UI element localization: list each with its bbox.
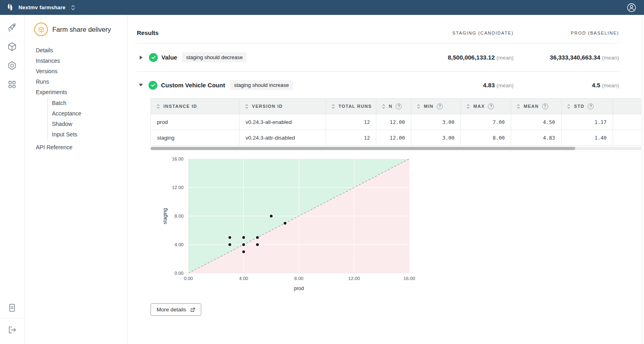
column-header-instance-id[interactable]: INSTANCE ID — [151, 99, 239, 114]
workspace-switcher[interactable]: Nextmv farmshare — [6, 3, 75, 12]
cell-version-id: v0.24.3-all-enabled — [239, 114, 326, 130]
more-details-button[interactable]: More details — [151, 303, 201, 316]
app-title: Farm share delivery — [52, 26, 111, 33]
page-scrollbar-gutter[interactable] — [641, 15, 644, 344]
column-header-version-id[interactable]: VERSION ID — [239, 99, 326, 114]
sidebar-item-instances[interactable]: Instances — [36, 56, 127, 66]
staging-value: 8,500,006,133.12(mean) — [401, 54, 514, 61]
sort-icon — [516, 104, 520, 109]
cell-std: 1.40 — [561, 130, 613, 146]
hexagon-nut-icon[interactable] — [7, 60, 17, 71]
cell-n: 12.00 — [376, 130, 411, 146]
logout-icon[interactable] — [7, 325, 17, 335]
column-label: STD — [574, 104, 584, 109]
rocket-icon[interactable] — [7, 23, 17, 33]
column-label: MIN — [424, 104, 433, 109]
cell-min: 3.00 — [411, 114, 461, 130]
metric-name: Custom Vehicle Count — [161, 82, 225, 89]
scatter-point — [242, 243, 246, 247]
sidebar-item-acceptance[interactable]: Acceptance — [52, 108, 127, 119]
table-row: stagingv0.24.3-attr-disabled1212.003.008… — [151, 130, 642, 146]
sidebar-item-batch[interactable]: Batch — [52, 98, 127, 108]
rail-bottom-group — [0, 303, 24, 344]
help-icon[interactable]: ? — [396, 103, 402, 109]
column-header-total-runs[interactable]: TOTAL RUNS — [326, 99, 376, 114]
column-header-min[interactable]: MIN? — [411, 99, 461, 114]
y-axis-tick-labels: 0.004.008.0012.0016.00 — [168, 159, 188, 273]
cell-version-id: v0.24.3-attr-disabled — [239, 130, 326, 146]
cell-empty — [613, 114, 642, 130]
sort-icon — [245, 104, 249, 109]
cell-min: 3.00 — [411, 130, 461, 146]
workspace-switcher-icon[interactable] — [71, 5, 75, 10]
scatter-point — [242, 250, 246, 253]
scatter-point — [283, 221, 287, 225]
x-tick-label: 12.00 — [348, 276, 360, 281]
x-tick-label: 4.00 — [239, 276, 248, 281]
stats-table-wrap: INSTANCE IDVERSION IDTOTAL RUNSN?MIN?MAX… — [151, 98, 642, 146]
app-header[interactable]: Farm share delivery — [34, 23, 127, 36]
sidebar-item-input-sets[interactable]: Input Sets — [52, 129, 127, 140]
scatter-point — [228, 236, 232, 239]
cell-max: 8.00 — [461, 130, 511, 146]
sort-icon — [156, 104, 160, 109]
column-label: N — [389, 104, 392, 109]
help-icon[interactable]: ? — [588, 103, 594, 109]
sort-icon — [417, 104, 421, 109]
experiments-subnav: BatchAcceptanceShadowInput Sets — [47, 98, 127, 140]
scatter-plot-area — [188, 159, 409, 273]
cell-instance-id: prod — [151, 114, 239, 130]
sidebar-item-details[interactable]: Details — [36, 45, 127, 56]
column-label: VERSION ID — [252, 104, 283, 109]
scatter-point — [256, 243, 259, 247]
sort-icon — [382, 104, 386, 109]
icon-rail — [0, 15, 25, 344]
sidebar-item-shadow[interactable]: Shadow — [52, 119, 127, 129]
stats-table: INSTANCE IDVERSION IDTOTAL RUNSN?MIN?MAX… — [151, 98, 642, 146]
apps-grid-icon[interactable] — [7, 79, 17, 90]
y-tick-label: 12.00 — [172, 185, 184, 190]
help-icon[interactable]: ? — [542, 103, 548, 109]
help-icon[interactable]: ? — [437, 103, 443, 109]
sidebar-item-experiments[interactable]: Experiments — [36, 87, 127, 97]
collapse-toggle-icon[interactable] — [139, 84, 143, 87]
passed-check-icon — [149, 53, 158, 62]
column-label: MAX — [473, 104, 485, 109]
top-bar: Nextmv farmshare — [0, 0, 644, 15]
help-icon[interactable]: ? — [488, 103, 494, 109]
scrollbar-thumb[interactable] — [151, 147, 575, 150]
table-horizontal-scrollbar[interactable] — [151, 147, 642, 150]
column-header-empty — [613, 99, 642, 114]
cell-max: 7.00 — [461, 114, 511, 130]
column-header-prod: PROD (BASELINE) — [514, 31, 619, 35]
x-axis-title: prod — [188, 286, 409, 291]
sidebar-item-versions[interactable]: Versions — [36, 66, 127, 76]
workspace-name[interactable]: Nextmv farmshare — [19, 4, 66, 10]
y-tick-label: 0.00 — [175, 271, 184, 276]
column-header-max[interactable]: MAX? — [461, 99, 511, 114]
app-sidebar: Farm share delivery DetailsInstancesVers… — [25, 15, 128, 344]
cell-n: 12.00 — [376, 114, 411, 130]
y-tick-label: 16.00 — [172, 157, 184, 161]
scatter-point — [256, 236, 259, 239]
results-header-row: Results STAGING (CANDIDATE) PROD (BASELI… — [137, 29, 619, 43]
table-header-row: INSTANCE IDVERSION IDTOTAL RUNSN?MIN?MAX… — [151, 99, 642, 114]
cell-mean: 4.83 — [511, 130, 561, 146]
expand-toggle-icon[interactable] — [140, 56, 142, 60]
metric-expectation-badge: staging should decrease — [182, 52, 247, 62]
document-icon[interactable] — [7, 303, 17, 313]
rail-divider — [0, 318, 24, 318]
user-avatar[interactable] — [626, 2, 637, 13]
sort-icon — [567, 104, 571, 109]
cell-empty — [613, 130, 642, 146]
column-header-std[interactable]: STD? — [561, 99, 613, 114]
column-header-n[interactable]: N? — [376, 99, 411, 114]
scatter-plot-svg — [188, 159, 409, 273]
column-header-mean[interactable]: MEAN? — [511, 99, 561, 114]
prod-value: 4.5(mean) — [514, 82, 619, 89]
sidebar-item-runs[interactable]: Runs — [36, 76, 127, 87]
cube-icon[interactable] — [7, 41, 17, 52]
sidebar-item-api-reference[interactable]: API Reference — [36, 142, 127, 152]
cell-total-runs: 12 — [326, 114, 376, 130]
column-label: INSTANCE ID — [163, 104, 197, 109]
